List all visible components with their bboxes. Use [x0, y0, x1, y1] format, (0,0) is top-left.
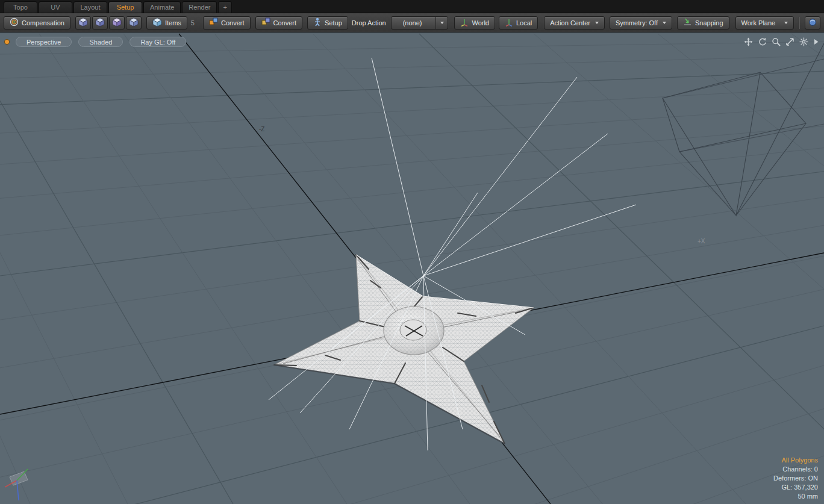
gl-count-readout: GL: 357,320 — [773, 483, 818, 492]
tab-render[interactable]: Render — [182, 1, 217, 13]
flyout-icon[interactable] — [813, 38, 819, 46]
viewport-nav-icons — [744, 37, 819, 46]
setup-figure-icon — [313, 17, 322, 28]
viewport-3d-canvas[interactable] — [0, 33, 824, 504]
shading-selector[interactable]: Shaded — [78, 37, 123, 47]
cube-icon — [129, 17, 139, 28]
cube-icon — [112, 17, 122, 28]
snapping-icon — [683, 17, 692, 28]
snapping-button[interactable]: Snapping — [677, 16, 729, 30]
viewport-active-indicator-icon — [5, 40, 9, 44]
world-axes-icon — [460, 18, 469, 28]
cube-icon — [78, 17, 88, 28]
raygl-toggle[interactable]: Ray GL: Off — [130, 37, 186, 47]
star-model[interactable] — [274, 255, 534, 444]
maximize-icon[interactable] — [785, 37, 794, 46]
deformers-readout: Deformers: ON — [773, 474, 818, 483]
grid-size-readout: 50 mm — [773, 492, 818, 501]
chevron-down-icon — [784, 22, 788, 24]
toolbar-separator — [799, 17, 800, 29]
items-count: 5 — [191, 19, 195, 26]
tab-setup[interactable]: Setup — [108, 1, 142, 13]
setup-label: Setup — [325, 19, 342, 26]
paint-tool-button[interactable] — [805, 16, 820, 30]
drop-action-label: Drop Action — [352, 19, 386, 26]
camera-frustum[interactable] — [663, 43, 824, 216]
snapping-label: Snapping — [695, 19, 723, 26]
convert-icon — [209, 17, 218, 28]
viewport-mode-bar: Perspective Shaded Ray GL: Off — [5, 37, 186, 47]
symmetry-dropdown[interactable]: Symmetry: Off — [610, 16, 672, 30]
action-center-label: Action Center — [550, 19, 590, 26]
convert-button-a[interactable]: Convert — [203, 16, 251, 30]
world-label: World — [472, 19, 489, 26]
cube-tool-button-2[interactable] — [92, 16, 108, 30]
axis-label-negz: -Z — [259, 126, 264, 132]
rotate-view-icon[interactable] — [758, 37, 767, 46]
work-plane-label: Work Plane — [741, 19, 776, 26]
chevron-down-icon — [663, 22, 666, 24]
world-button[interactable]: World — [454, 16, 495, 30]
paint-tool-icon — [808, 17, 817, 28]
projection-selector[interactable]: Perspective — [16, 37, 72, 47]
work-plane-dropdown[interactable]: Work Plane — [735, 16, 794, 30]
main-toolbar: Compensation — [0, 13, 824, 33]
settings-icon[interactable] — [799, 37, 808, 46]
compensation-icon — [10, 17, 19, 28]
compensation-label: Compensation — [22, 19, 64, 26]
axis-gizmo — [5, 469, 28, 500]
axis-label-posx: +X — [698, 238, 705, 244]
action-center-dropdown[interactable]: Action Center — [544, 16, 605, 30]
3d-viewport[interactable]: Perspective Shaded Ray GL: Off — [0, 33, 824, 504]
pan-icon[interactable] — [744, 37, 753, 46]
app-window: Topo UV Layout Setup Animate Render + Co… — [0, 0, 824, 504]
symmetry-label: Symmetry: Off — [616, 19, 658, 26]
items-button[interactable]: Items — [146, 16, 187, 30]
cube-icon — [95, 17, 105, 28]
drop-action-value: (none) — [397, 19, 428, 26]
channels-readout: Channels: 0 — [773, 465, 818, 474]
workspace-tabbar: Topo UV Layout Setup Animate Render + — [0, 0, 824, 13]
cube-tool-button-1[interactable] — [75, 16, 91, 30]
setup-button[interactable]: Setup — [307, 16, 348, 30]
drop-action-dropdown[interactable]: (none) — [391, 16, 449, 30]
tab-add[interactable]: + — [218, 1, 231, 13]
cube-tool-button-4[interactable] — [126, 16, 142, 30]
items-label: Items — [165, 19, 181, 26]
viewport-stats: All Polygons Channels: 0 Deformers: ON G… — [773, 456, 818, 501]
tab-layout[interactable]: Layout — [73, 1, 107, 13]
chevron-down-icon — [435, 17, 448, 29]
zoom-icon[interactable] — [772, 37, 781, 46]
cube-tool-button-3[interactable] — [109, 16, 125, 30]
chevron-down-icon — [595, 22, 599, 24]
convert-icon — [261, 17, 270, 28]
local-button[interactable]: Local — [499, 16, 538, 30]
convert-b-label: Convert — [273, 19, 297, 26]
local-axes-icon — [505, 18, 513, 28]
tab-animate[interactable]: Animate — [143, 1, 181, 13]
compensation-button[interactable]: Compensation — [4, 16, 70, 30]
convert-a-label: Convert — [221, 19, 245, 26]
tab-topo[interactable]: Topo — [4, 1, 37, 13]
tab-uv[interactable]: UV — [39, 1, 72, 13]
selection-mode-readout: All Polygons — [773, 456, 818, 465]
convert-button-b[interactable]: Convert — [255, 16, 303, 30]
items-cube-icon — [152, 17, 162, 28]
ground-grid — [0, 34, 824, 504]
local-label: Local — [516, 19, 532, 26]
